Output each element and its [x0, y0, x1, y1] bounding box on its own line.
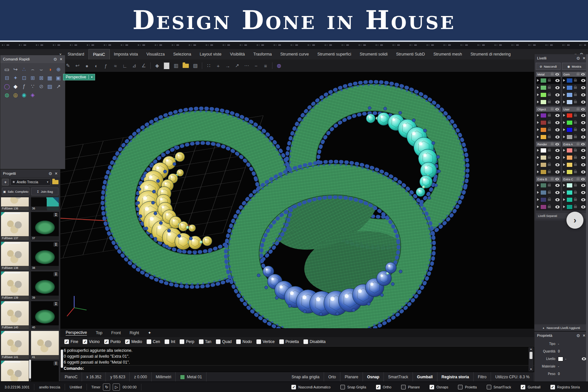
- toggle-gumball[interactable]: ✓Gumball: [516, 385, 545, 389]
- eye-icon[interactable]: [581, 156, 585, 159]
- eye-icon[interactable]: [581, 163, 585, 166]
- notepad-icon[interactable]: [164, 62, 170, 69]
- sphere-cluster-icon[interactable]: ∴: [20, 66, 28, 73]
- eye-icon[interactable]: [581, 121, 585, 124]
- render-sphere-icon[interactable]: ◍: [276, 63, 282, 69]
- stacked-squares-icon[interactable]: ▣: [55, 75, 62, 81]
- eye-icon[interactable]: [581, 79, 585, 82]
- checkbox-icon[interactable]: ✓: [291, 385, 296, 389]
- tab-imposta-vista[interactable]: Imposta vista: [110, 49, 142, 59]
- eye-icon[interactable]: [555, 156, 560, 159]
- sphere-tool-icon[interactable]: ◐: [93, 63, 99, 69]
- close-icon[interactable]: ×: [583, 333, 585, 338]
- viewport-tab-front[interactable]: Front: [111, 331, 121, 335]
- teal-sphere-icon[interactable]: ◉: [20, 92, 28, 98]
- eye-icon[interactable]: [581, 73, 584, 75]
- lock-icon[interactable]: [577, 178, 580, 180]
- mirror-icon[interactable]: ⊞: [29, 75, 37, 81]
- layer-row[interactable]: [562, 189, 587, 196]
- layer-color-swatch[interactable]: [540, 148, 547, 153]
- gear-icon[interactable]: ⚙: [53, 57, 57, 62]
- tab-strumenti-subd[interactable]: Strumenti SubD: [392, 49, 429, 59]
- lock-icon[interactable]: [574, 129, 577, 131]
- lock-icon[interactable]: [551, 143, 554, 145]
- scroll-up-icon[interactable]: ▲: [530, 347, 532, 351]
- tab-strumenti-mesh[interactable]: Strumenti mesh: [429, 49, 466, 59]
- thumbnail-assente[interactable]: ↧Assente: [31, 361, 59, 381]
- layer-row[interactable]: [536, 161, 561, 168]
- expand-triangle-icon[interactable]: [537, 149, 539, 152]
- toggle-registra-storia[interactable]: ✓Registra Storia: [546, 385, 585, 389]
- lock-icon[interactable]: [574, 156, 577, 159]
- tab-visibilit-[interactable]: Visibilità: [226, 49, 249, 59]
- lock-icon[interactable]: [574, 191, 577, 194]
- layer-row[interactable]: [562, 147, 587, 154]
- checkbox-icon[interactable]: [303, 339, 308, 344]
- eye-icon[interactable]: [581, 114, 585, 117]
- checkbox-icon[interactable]: ✓: [430, 385, 434, 389]
- collapse-added-layers-button[interactable]: ▲ Nascondi Livelli Aggiunti: [534, 324, 588, 331]
- eye-icon[interactable]: [581, 171, 585, 173]
- expand-triangle-icon[interactable]: [563, 101, 565, 103]
- expand-triangle-icon[interactable]: [563, 149, 565, 152]
- dense-grid-icon[interactable]: ▦: [46, 75, 54, 81]
- lock-icon[interactable]: [548, 156, 551, 159]
- tab-strumenti-curve[interactable]: Strumenti curve: [276, 49, 313, 59]
- panel-edge-scrollbar[interactable]: [586, 54, 588, 382]
- layer-row[interactable]: [536, 84, 561, 91]
- layer-color-swatch[interactable]: [540, 197, 547, 202]
- layer-color-swatch[interactable]: [566, 148, 573, 153]
- eye-icon[interactable]: [555, 198, 560, 201]
- triangle-icon[interactable]: ⊿: [131, 63, 137, 69]
- thumbnail-fullsave-137[interactable]: FullSave 137: [1, 212, 29, 240]
- checkbox-icon[interactable]: [401, 385, 406, 389]
- join-bag-button[interactable]: ↧ Join Bag: [31, 188, 58, 195]
- ring-tool-icon[interactable]: ◯: [3, 83, 11, 90]
- lock-icon[interactable]: [574, 79, 577, 82]
- thumbnail-37[interactable]: ↧37: [31, 212, 59, 240]
- gold-ring-icon[interactable]: ◎: [11, 92, 19, 98]
- status-z-0-000[interactable]: z 0.000: [130, 372, 151, 382]
- eye-icon[interactable]: [555, 121, 560, 124]
- checkbox-icon[interactable]: ✓: [104, 339, 109, 344]
- eye-icon[interactable]: [555, 101, 560, 104]
- lock-icon[interactable]: [574, 122, 577, 124]
- thumbnail-scrollbar[interactable]: [29, 360, 31, 379]
- osnap-punto[interactable]: ✓Punto: [104, 339, 121, 344]
- lock-icon[interactable]: [548, 79, 551, 82]
- property-value[interactable]: 0: [558, 350, 586, 353]
- tab-standard[interactable]: Standard: [63, 49, 89, 59]
- osnap-int[interactable]: Int: [165, 339, 175, 344]
- layer-color-swatch[interactable]: [566, 204, 573, 209]
- lock-icon[interactable]: [548, 136, 551, 138]
- lock-icon[interactable]: [551, 178, 554, 180]
- close-icon[interactable]: ×: [583, 56, 585, 61]
- eye-icon[interactable]: [581, 86, 585, 89]
- preset-dropdown[interactable]: Anello Treccia ▾: [10, 178, 51, 186]
- show-layers-button[interactable]: ◉ Mostra: [562, 63, 587, 70]
- eye-icon[interactable]: [582, 357, 586, 360]
- download-icon[interactable]: ↧: [54, 302, 58, 306]
- lock-icon[interactable]: [574, 136, 577, 138]
- layer-row[interactable]: [562, 98, 587, 106]
- eye-icon[interactable]: [555, 136, 560, 139]
- checkbox-icon[interactable]: ✓: [83, 339, 87, 344]
- status-millimetri[interactable]: Millimetri: [152, 372, 176, 382]
- eye-icon[interactable]: [581, 101, 585, 104]
- lock-icon[interactable]: [548, 129, 551, 131]
- lock-icon[interactable]: [548, 101, 551, 103]
- extrude-flat-icon[interactable]: ⊟: [3, 75, 11, 81]
- diamond-tool-icon[interactable]: ◆: [11, 83, 19, 90]
- layer-row[interactable]: [562, 168, 587, 175]
- lock-icon[interactable]: [548, 206, 551, 208]
- dots-arc-icon[interactable]: ∵: [29, 83, 37, 90]
- hide-layers-button[interactable]: ⊘ Nascondi: [536, 63, 561, 70]
- layer-group-header[interactable]: Extra C: [562, 177, 587, 182]
- layer-row[interactable]: [536, 119, 561, 126]
- rectangle-tool-icon[interactable]: ▭: [3, 66, 11, 73]
- lock-icon[interactable]: [548, 94, 551, 96]
- checkbox-icon[interactable]: ✓: [64, 339, 69, 344]
- freeform-curve-icon[interactable]: ≈: [112, 63, 118, 69]
- thumbnail-39[interactable]: ↧39: [31, 271, 59, 300]
- expand-triangle-icon[interactable]: [537, 101, 539, 103]
